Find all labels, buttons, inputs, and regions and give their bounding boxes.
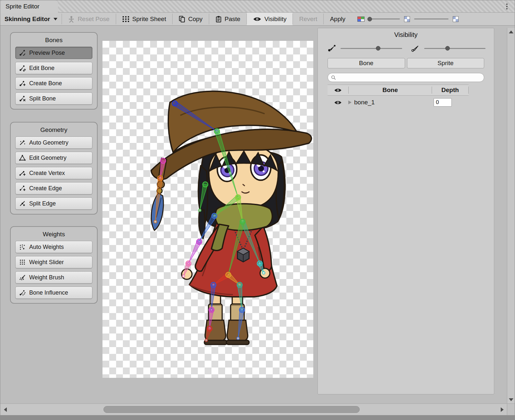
tint-opacity-slider[interactable] (369, 18, 400, 19)
eye-icon[interactable] (334, 100, 342, 105)
reset-pose-label: Reset Pose (78, 16, 109, 23)
reset-pose-icon (68, 16, 75, 23)
bone-name-label[interactable]: bone_1 (354, 99, 375, 106)
tint-opacity-slider-handle[interactable] (367, 17, 372, 21)
tab-sprite-editor[interactable]: Sprite Editor (0, 0, 58, 13)
auto-geometry-button[interactable]: Auto Geometry (15, 136, 92, 149)
reset-pose-button[interactable]: Reset Pose (62, 13, 115, 25)
revert-label: Revert (299, 16, 317, 23)
edit-bone-button[interactable]: Edit Bone (15, 62, 92, 74)
search-icon (331, 75, 336, 80)
alpha-checker-icon (453, 16, 459, 22)
toolbar-display-controls (353, 13, 463, 25)
scroll-right-button[interactable] (497, 404, 507, 415)
expander-arrow-icon[interactable] (348, 100, 352, 104)
horizontal-scrollbar[interactable] (0, 403, 507, 415)
create-vertex-button[interactable]: Create Vertex (15, 167, 92, 179)
split-edge-label: Split Edge (29, 200, 56, 207)
weights-panel: Weights Auto Weights Weight Slider Weigh… (10, 226, 98, 304)
visibility-label: Visibility (264, 16, 286, 23)
sprite-canvas[interactable] (102, 41, 313, 378)
split-edge-button[interactable]: Split Edge (15, 197, 92, 210)
visibility-sliders (318, 44, 494, 57)
tab-bone-label: Bone (359, 60, 373, 67)
bone-influence-button[interactable]: Bone Influence (15, 286, 92, 299)
auto-weights-icon (19, 243, 26, 251)
revert-button[interactable]: Revert (293, 13, 323, 25)
tab-title: Sprite Editor (6, 3, 40, 10)
scroll-left-button[interactable] (0, 404, 10, 415)
mesh-opacity-slider[interactable] (414, 18, 449, 19)
alpha-checker-icon (404, 16, 410, 22)
arrow-right-icon (501, 407, 504, 412)
depth-column-header: Depth (432, 87, 468, 94)
split-bone-icon (19, 95, 26, 102)
geometry-panel: Geometry Auto Geometry Edit Geometry Cre… (10, 122, 98, 215)
weights-panel-title: Weights (15, 231, 92, 238)
skinning-editor-dropdown[interactable]: Skinning Editor (0, 13, 62, 25)
horizontal-scroll-thumb[interactable] (103, 406, 360, 413)
create-bone-icon (19, 80, 26, 87)
window-tab-bar: Sprite Editor (0, 0, 515, 13)
weight-brush-button[interactable]: Weight Brush (15, 271, 92, 284)
auto-geometry-label: Auto Geometry (29, 139, 68, 146)
scrollbar-corner (507, 403, 515, 415)
weight-slider-button[interactable]: Weight Slider (15, 256, 92, 268)
vertical-scrollbar[interactable] (507, 28, 515, 403)
eye-icon (334, 88, 342, 93)
edit-geometry-label: Edit Geometry (29, 155, 66, 161)
visibility-panel: Visibility Bone Sprite Bone (317, 28, 494, 394)
split-bone-button[interactable]: Split Bone (15, 92, 92, 105)
sprite-opacity-slider[interactable] (424, 48, 486, 49)
tab-sprite[interactable]: Sprite (407, 58, 485, 68)
copy-button[interactable]: Copy (173, 13, 209, 25)
weight-brush-label: Weight Brush (29, 274, 64, 281)
scroll-up-button[interactable] (507, 28, 515, 36)
create-edge-button[interactable]: Create Edge (15, 182, 92, 194)
sprite-editor-window: { "window": { "tab_title": "Sprite Edito… (0, 0, 515, 420)
preview-pose-icon (19, 49, 26, 56)
toolbar: Skinning Editor Reset Pose Sprite Sheet … (0, 13, 515, 26)
sprite-sheet-icon (122, 16, 129, 22)
bones-overlay[interactable] (102, 41, 313, 378)
sprite-opacity-slider-handle[interactable] (445, 46, 450, 51)
arrow-down-icon (509, 398, 513, 401)
tab-bone[interactable]: Bone (328, 58, 405, 68)
weight-slider-icon (19, 259, 26, 266)
column-divider (468, 87, 469, 94)
arrow-up-icon (509, 30, 513, 33)
row-name-cell: bone_1 (348, 99, 432, 106)
sprite-sheet-label: Sprite Sheet (132, 16, 166, 23)
weight-brush-icon (19, 274, 26, 281)
preview-pose-button[interactable]: Preview Pose (15, 47, 92, 59)
scroll-down-button[interactable] (507, 396, 515, 403)
kebab-menu-icon[interactable] (503, 3, 511, 10)
bone-table-header: Bone Depth (328, 85, 469, 96)
weight-slider-label: Weight Slider (29, 259, 64, 266)
bone-table-row: bone_1 (328, 96, 469, 109)
paste-button[interactable]: Paste (209, 13, 247, 25)
bone-opacity-control (328, 44, 402, 52)
eye-icon (253, 17, 261, 22)
auto-weights-button[interactable]: Auto Weights (15, 241, 92, 253)
copy-label: Copy (188, 16, 202, 23)
paste-label: Paste (225, 16, 241, 23)
bone-opacity-slider-handle[interactable] (376, 46, 380, 51)
bones-panel: Bones Preview Pose Edit Bone Create Bone… (10, 32, 98, 110)
visibility-toggle-button[interactable]: Visibility (247, 13, 293, 25)
geometry-panel-title: Geometry (15, 126, 92, 134)
visibility-tabs: Bone Sprite (318, 57, 494, 68)
edit-geometry-button[interactable]: Edit Geometry (15, 152, 92, 164)
apply-button[interactable]: Apply (324, 13, 352, 25)
bones-panel-title: Bones (15, 37, 92, 44)
color-swatch-icon[interactable] (357, 17, 365, 22)
window-bottom-edge (0, 415, 515, 420)
arrow-left-icon (4, 407, 7, 412)
depth-input[interactable] (434, 98, 452, 107)
sprite-sheet-button[interactable]: Sprite Sheet (116, 13, 173, 25)
search-input[interactable] (338, 75, 481, 80)
create-bone-label: Create Bone (29, 80, 62, 87)
bone-opacity-slider[interactable] (341, 48, 402, 49)
visibility-column-header (328, 88, 348, 93)
create-bone-button[interactable]: Create Bone (15, 77, 92, 89)
